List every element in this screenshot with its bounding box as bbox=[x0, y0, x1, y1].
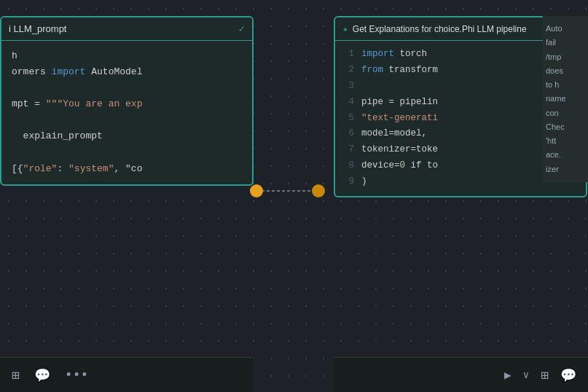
spark-icon: ✦ bbox=[342, 23, 348, 35]
right-code-line-8: device=0 if to bbox=[361, 158, 438, 174]
code-line-5 bbox=[1, 112, 252, 128]
play-button[interactable]: ▶ bbox=[504, 368, 511, 383]
left-toolbar: ⊞ 💬 ••• bbox=[0, 357, 254, 392]
right-code-line-7: tokenizer=toke bbox=[361, 142, 438, 158]
left-panel-header: i LLM_prompt ✓ bbox=[1, 17, 252, 41]
check-icon: ✓ bbox=[239, 23, 245, 35]
right-panel-title: Get Explanations for choice.Phi LLM pipe… bbox=[353, 24, 527, 34]
left-panel-title: i LLM_prompt bbox=[9, 23, 66, 34]
right-code-line-5: "text-generati bbox=[361, 111, 438, 127]
code-line-2: ormers import AutoModel bbox=[1, 64, 252, 80]
connection-dot-right bbox=[312, 184, 325, 197]
chevron-down-icon[interactable]: ∨ bbox=[523, 369, 529, 381]
right-toolbar: ▶ ∨ ⊞ 💬 bbox=[334, 357, 588, 392]
right-code-line-1: import torch bbox=[361, 47, 438, 63]
left-code-panel: i LLM_prompt ✓ h ormers import AutoModel… bbox=[0, 16, 254, 186]
code-line-4: mpt = """You are an exp bbox=[1, 96, 252, 112]
left-code-content: h ormers import AutoModel mpt = """You a… bbox=[1, 41, 252, 184]
right-code-line-6: model=model, bbox=[361, 126, 438, 142]
code-line-1: h bbox=[1, 48, 252, 64]
right-code-line-9: ) bbox=[361, 174, 438, 190]
code-line-8: [{"role": "system", "co bbox=[1, 161, 252, 177]
more-icon-left[interactable]: ••• bbox=[65, 368, 88, 383]
code-line-3 bbox=[1, 80, 252, 96]
right-code-area: import torch from transform pipe = pipel… bbox=[361, 47, 438, 190]
chat-icon-left[interactable]: 💬 bbox=[34, 367, 50, 383]
code-line-6: explain_prompt bbox=[1, 128, 252, 144]
explanation-text: Autofail/tmpdoesto hnameconChec'httace.i… bbox=[546, 22, 585, 176]
grid-icon-left[interactable]: ⊞ bbox=[12, 367, 20, 383]
line-numbers: 1 2 3 4 5 6 7 8 9 bbox=[335, 47, 361, 190]
grid-icon-right[interactable]: ⊞ bbox=[541, 367, 549, 383]
chat-icon-right[interactable]: 💬 bbox=[560, 367, 576, 383]
connection-dot-left bbox=[250, 184, 263, 197]
right-code-line-2: from transform bbox=[361, 63, 438, 79]
right-code-line-4: pipe = pipelin bbox=[361, 95, 438, 111]
right-code-line-3 bbox=[361, 79, 438, 95]
explanation-panel: Autofail/tmpdoesto hnameconChec'httace.i… bbox=[543, 16, 588, 182]
code-line-7 bbox=[1, 145, 252, 161]
